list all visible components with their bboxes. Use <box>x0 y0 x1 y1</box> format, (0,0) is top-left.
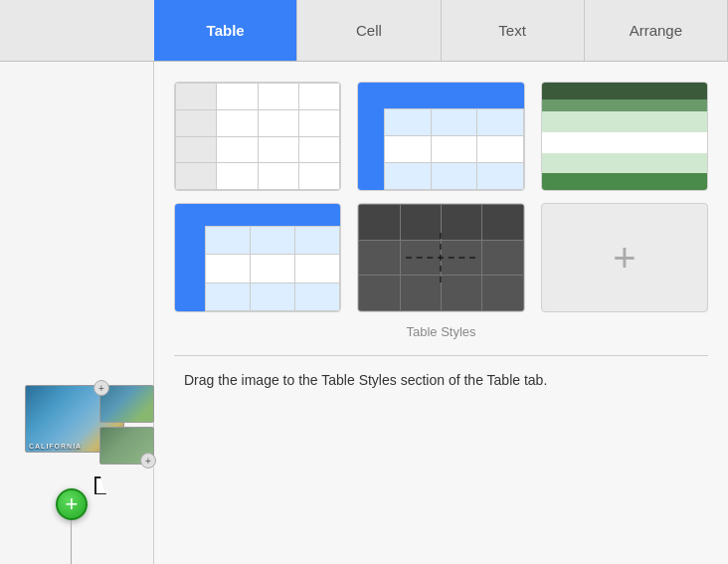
content-area: + Table Styles Drag the image to the Tab… <box>154 62 728 564</box>
sidebar: CALIFORNIA + + + <box>0 62 154 564</box>
cell <box>206 227 250 254</box>
cell <box>176 137 216 163</box>
instruction-text: Drag the image to the Table Styles secti… <box>174 370 708 391</box>
image-collage[interactable]: CALIFORNIA + + <box>25 385 164 474</box>
blue-left-col <box>358 108 384 190</box>
cell <box>385 163 430 189</box>
cell <box>251 255 294 282</box>
cell <box>299 163 339 189</box>
dashed-v-line <box>440 233 442 282</box>
row-dark <box>542 83 707 99</box>
cell <box>432 109 476 135</box>
row-medium <box>542 99 707 111</box>
cell <box>295 283 339 310</box>
green-plus-button[interactable]: + <box>56 488 88 520</box>
tab-bar: Table Cell Text Arrange <box>0 0 728 62</box>
blue-cells <box>384 108 523 190</box>
cell <box>477 136 522 162</box>
dashed-cross <box>406 233 475 282</box>
row-green <box>542 173 707 190</box>
table-style-dark[interactable] <box>357 203 524 312</box>
cell <box>217 137 257 163</box>
cursor-pointer <box>94 476 110 496</box>
cell <box>385 136 430 162</box>
cell <box>432 163 476 189</box>
blue2-left <box>175 204 205 311</box>
cell <box>295 227 339 254</box>
table-preview-blue <box>358 83 523 190</box>
table-style-plain[interactable] <box>174 82 341 191</box>
cell <box>251 283 294 310</box>
row-light2 <box>542 153 707 174</box>
plus-badge-bottom: + <box>140 453 156 469</box>
cell <box>217 110 257 136</box>
row-light <box>542 111 707 132</box>
cell <box>259 110 298 136</box>
cell <box>477 109 522 135</box>
table-style-blue2[interactable] <box>174 203 341 312</box>
cell <box>217 84 257 109</box>
cell <box>299 84 339 109</box>
table-style-blue[interactable] <box>357 82 524 191</box>
vertical-line <box>71 520 72 564</box>
cell <box>206 283 250 310</box>
cell <box>385 109 430 135</box>
table-styles-label: Table Styles <box>174 324 708 339</box>
cell <box>206 255 250 282</box>
cell <box>299 110 339 136</box>
table-style-green[interactable] <box>541 82 708 191</box>
divider <box>174 355 708 356</box>
blue2-top <box>205 204 340 226</box>
cell <box>176 110 216 136</box>
plus-icon: + <box>613 236 636 281</box>
blue2-right <box>205 204 340 311</box>
cell <box>176 84 216 109</box>
cell <box>217 163 257 189</box>
add-table-style-button[interactable]: + <box>541 203 708 312</box>
blue-body <box>358 108 523 190</box>
plus-badge-top: + <box>93 380 109 396</box>
blue2-grid <box>205 226 340 311</box>
tab-table[interactable]: Table <box>154 0 297 61</box>
table-preview-dark <box>358 204 523 311</box>
table-preview-plain <box>175 83 340 190</box>
cell <box>432 136 476 162</box>
dashed-overlay <box>358 204 523 311</box>
cell <box>477 163 522 189</box>
cell <box>251 227 294 254</box>
tab-arrange[interactable]: Arrange <box>585 0 728 61</box>
table-preview-green <box>542 83 707 190</box>
cell <box>295 255 339 282</box>
row-white <box>542 132 707 153</box>
cell <box>259 137 298 163</box>
table-styles-grid <box>174 82 708 191</box>
tab-text[interactable]: Text <box>442 0 585 61</box>
cell <box>259 163 298 189</box>
table-preview-blue2 <box>175 204 340 311</box>
table-styles-grid-row2: + <box>174 203 708 312</box>
blue-header-row <box>358 83 523 108</box>
cell <box>259 84 298 109</box>
collage-text: CALIFORNIA <box>26 441 85 452</box>
tab-cell[interactable]: Cell <box>297 0 441 61</box>
main-panel: CALIFORNIA + + + <box>0 62 728 564</box>
cell <box>299 137 339 163</box>
cell <box>176 163 216 189</box>
